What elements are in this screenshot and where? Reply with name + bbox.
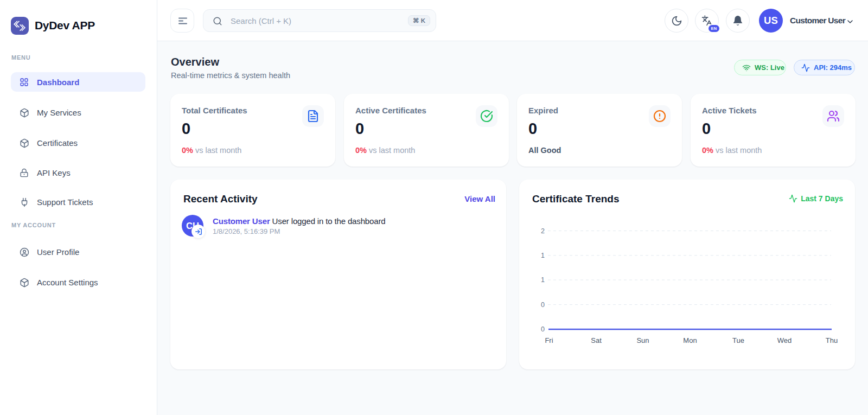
svg-text:Tue: Tue — [732, 336, 744, 344]
svg-text:0: 0 — [541, 325, 545, 333]
svg-text:Mon: Mon — [683, 336, 697, 344]
svg-text:Wed: Wed — [777, 336, 792, 344]
svg-text:1: 1 — [541, 252, 545, 259]
svg-text:Sun: Sun — [636, 336, 649, 344]
svg-text:0: 0 — [541, 301, 545, 309]
svg-text:Fri: Fri — [545, 336, 553, 344]
svg-text:2: 2 — [541, 227, 545, 235]
svg-text:Thu: Thu — [826, 336, 838, 344]
svg-text:Sat: Sat — [591, 336, 602, 344]
svg-text:1: 1 — [541, 276, 545, 284]
